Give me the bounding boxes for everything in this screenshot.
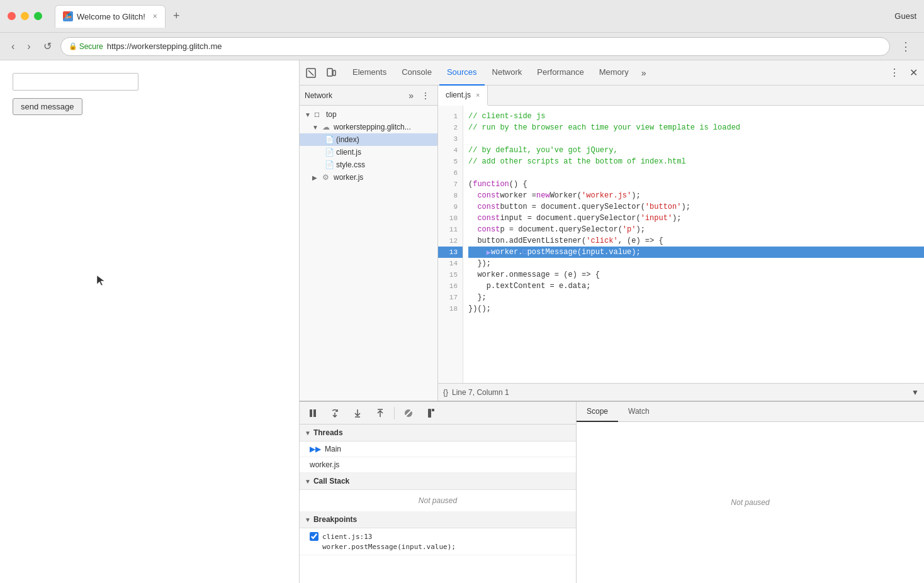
deactivate-button[interactable] xyxy=(400,406,417,420)
pause-button[interactable] xyxy=(305,407,321,419)
maximize-button[interactable] xyxy=(34,12,42,20)
device-toggle-button[interactable] xyxy=(322,65,340,81)
threads-label: Threads xyxy=(313,428,343,437)
code-line-5-text: // add other scripts at the bottom of in… xyxy=(468,157,686,166)
tab-console-label: Console xyxy=(402,67,432,77)
tree-item-index[interactable]: 📄 (index) xyxy=(300,133,437,146)
inspector-icon-button[interactable] xyxy=(302,65,320,81)
main-thread-label: Main xyxy=(325,445,341,453)
tree-arrow-worker: ▶ xyxy=(312,174,320,181)
traffic-lights xyxy=(8,12,42,20)
send-message-button[interactable]: send message xyxy=(13,98,82,115)
code-tabs: client.js × xyxy=(438,86,924,106)
devtools-tabs: Elements Console Sources Network Perform… xyxy=(342,60,883,86)
line-num-5: 5 xyxy=(438,156,463,167)
tree-label-top: top xyxy=(326,110,337,119)
tree-label-style-css: style.css xyxy=(336,160,365,169)
scope-tab[interactable]: Scope xyxy=(577,402,618,422)
html-file-icon: 📄 xyxy=(325,135,334,144)
tab-memory[interactable]: Memory xyxy=(592,60,636,86)
code-tab-close[interactable]: × xyxy=(476,91,480,99)
debug-separator xyxy=(394,407,395,419)
address-bar[interactable]: 🔒 Secure https://workerstepping.glitch.m… xyxy=(60,37,890,56)
step-into-button[interactable] xyxy=(349,406,366,420)
tree-item-domain[interactable]: ▼ ☁ workerstepping.glitch... xyxy=(300,121,437,133)
devtools-close-button[interactable]: ✕ xyxy=(906,64,921,81)
tree-label-worker-js: worker.js xyxy=(334,173,363,182)
browser-more-button[interactable]: ⋮ xyxy=(895,37,916,56)
code-line-11: const p = document.querySelector('p'); xyxy=(468,224,924,235)
file-panel: Network » ⋮ ▼ □ top xyxy=(300,86,438,401)
tree-item-style-css[interactable]: 📄 style.css xyxy=(300,158,437,171)
code-line-2-text: // run by the browser each time your vie… xyxy=(468,123,740,132)
line-num-15: 15 xyxy=(438,269,463,280)
debug-toolbar xyxy=(300,402,576,425)
call-stack-section-header[interactable]: ▼ Call Stack xyxy=(300,473,576,490)
tab-more-button[interactable]: » xyxy=(636,64,651,82)
worker-icon: ⚙ xyxy=(322,173,331,182)
watch-tab[interactable]: Watch xyxy=(618,402,660,422)
code-line-16: p.textContent = e.data; xyxy=(468,280,924,292)
pause-exceptions-button[interactable] xyxy=(422,406,440,420)
tab-performance[interactable]: Performance xyxy=(529,60,591,86)
step-over-button[interactable] xyxy=(326,406,344,420)
step-out-button[interactable] xyxy=(371,406,389,420)
tab-elements[interactable]: Elements xyxy=(345,60,394,86)
reload-button[interactable]: ↺ xyxy=(40,38,55,55)
threads-section-header[interactable]: ▼ Threads xyxy=(300,425,576,441)
close-button[interactable] xyxy=(8,12,16,20)
line-num-17: 17 xyxy=(438,292,463,303)
code-line-1: // client-side js xyxy=(468,111,924,122)
js-file-icon: 📄 xyxy=(325,148,334,157)
status-text: Line 7, Column 1 xyxy=(452,388,509,397)
code-editor: client.js × 1 2 3 4 5 6 xyxy=(438,86,924,401)
tab-close-button[interactable]: × xyxy=(153,12,157,21)
tab-network[interactable]: Network xyxy=(485,60,530,86)
devtools-toolbar: Elements Console Sources Network Perform… xyxy=(300,60,924,86)
line-num-18: 18 xyxy=(438,303,463,314)
code-line-1-text: // client-side js xyxy=(468,112,545,121)
tree-item-client-js[interactable]: 📄 client.js xyxy=(300,146,437,158)
svg-rect-13 xyxy=(428,409,431,418)
devtools-more-button[interactable]: ⋮ xyxy=(886,64,903,81)
tab-sources[interactable]: Sources xyxy=(439,60,485,86)
main-thread-item[interactable]: ▶▶ Main xyxy=(300,441,576,457)
browser-tab[interactable]: 🎏 Welcome to Glitch! × xyxy=(55,5,166,28)
new-tab-button[interactable]: + xyxy=(168,7,185,25)
forward-button[interactable]: › xyxy=(23,38,34,55)
back-button[interactable]: ‹ xyxy=(8,38,18,55)
line-num-7: 7 xyxy=(438,179,463,190)
file-panel-expand-button[interactable]: » xyxy=(406,89,416,102)
line-num-3: 3 xyxy=(438,133,463,145)
tree-item-top[interactable]: ▼ □ top xyxy=(300,108,437,121)
svg-rect-14 xyxy=(432,409,434,411)
status-bar: {} Line 7, Column 1 ▼ xyxy=(438,383,924,401)
address-bar-row: ‹ › ↺ 🔒 Secure https://workerstepping.gl… xyxy=(0,33,924,60)
breakpoint-item-1[interactable]: client.js:13 worker.postMessage(input.va… xyxy=(300,528,576,555)
tab-console[interactable]: Console xyxy=(394,60,439,86)
status-expand-button[interactable]: ▼ xyxy=(911,388,919,397)
url-text[interactable]: https://workerstepping.glitch.me xyxy=(107,42,222,51)
minimize-button[interactable] xyxy=(21,12,29,20)
file-panel-more-button[interactable]: ⋮ xyxy=(419,89,432,102)
scope-content: Not paused xyxy=(577,422,924,583)
code-content[interactable]: 1 2 3 4 5 6 7 8 9 10 11 xyxy=(438,106,924,383)
code-line-2: // run by the browser each time your vie… xyxy=(468,122,924,133)
code-line-5: // add other scripts at the bottom of in… xyxy=(468,156,924,167)
svg-rect-5 xyxy=(313,409,316,417)
tree-label-client-js: client.js xyxy=(336,148,361,157)
debug-content: ▼ Threads ▶▶ Main worker.js xyxy=(300,425,576,583)
worker-thread-label: worker.js xyxy=(310,460,339,469)
code-tab-client-js[interactable]: client.js × xyxy=(438,86,488,106)
tree-item-worker-js[interactable]: ▶ ⚙ worker.js xyxy=(300,171,437,184)
cursor xyxy=(94,274,107,289)
file-panel-label: Network xyxy=(305,91,332,100)
breakpoint-checkbox-1[interactable] xyxy=(310,532,318,541)
code-line-9: const button = document.querySelector('b… xyxy=(468,201,924,213)
code-line-8: const worker = new Worker('worker.js'); xyxy=(468,190,924,201)
user-label: Guest xyxy=(894,11,916,21)
message-input[interactable] xyxy=(13,73,138,91)
worker-thread-item[interactable]: worker.js xyxy=(300,457,576,473)
main-content: send message Elements xyxy=(0,60,924,583)
breakpoints-section-header[interactable]: ▼ Breakpoints xyxy=(300,511,576,528)
